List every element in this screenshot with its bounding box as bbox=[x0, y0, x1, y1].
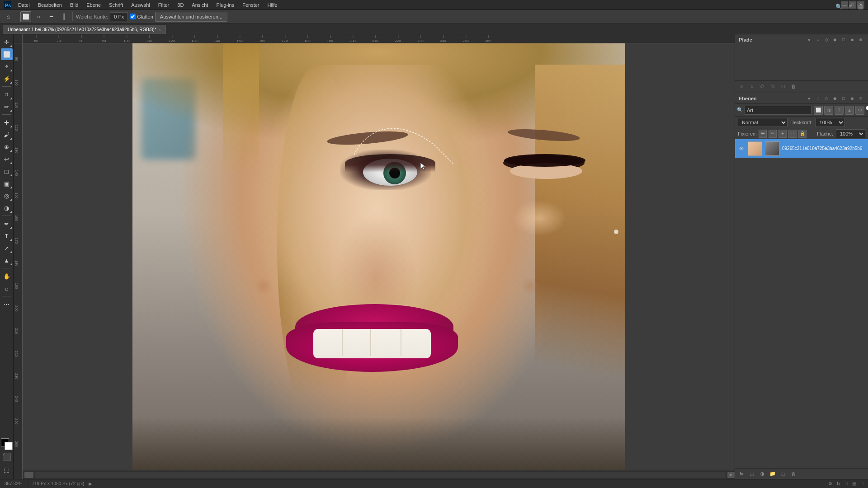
panels-icon[interactable]: ▤ bbox=[856, 3, 864, 11]
glatten-label[interactable]: Glätten bbox=[130, 14, 153, 19]
menu-ansicht[interactable]: Ansicht bbox=[188, 1, 212, 9]
hand-tool[interactable]: ✋ bbox=[1, 270, 13, 282]
share-icon[interactable]: ↗ bbox=[845, 3, 854, 11]
pfade-icon-more[interactable]: ≡ bbox=[857, 36, 864, 43]
ebenen-icon-5[interactable]: □ bbox=[840, 95, 847, 102]
ebenen-search-input[interactable] bbox=[745, 106, 811, 115]
menu-fenster[interactable]: Fenster bbox=[239, 1, 263, 9]
menu-auswahl[interactable]: Auswahl bbox=[127, 1, 154, 9]
pfade-fill-btn[interactable]: ◇ bbox=[758, 82, 767, 90]
status-right-btn-1[interactable]: ⚙ bbox=[828, 481, 832, 486]
lock-move[interactable]: ↔ bbox=[788, 130, 797, 138]
scroll-track-h[interactable] bbox=[35, 472, 726, 478]
marquee-ellipse-btn[interactable]: ○ bbox=[33, 11, 44, 22]
brush-tool[interactable]: 🖌 bbox=[1, 129, 13, 141]
home-button[interactable]: ⌂ bbox=[3, 11, 14, 22]
flaeche-select[interactable]: 100% bbox=[836, 129, 865, 138]
swatch-pair[interactable] bbox=[1, 438, 13, 450]
delete-layer-button[interactable]: 🗑 bbox=[789, 470, 798, 478]
status-arrow-btn[interactable]: ▶ bbox=[89, 481, 92, 486]
blending-mode-select[interactable]: Normal Multiplizieren Abblenden Aufhelle… bbox=[738, 118, 788, 127]
status-right-btn-2[interactable]: fx bbox=[837, 481, 840, 486]
eraser-tool[interactable]: ◻ bbox=[1, 165, 13, 177]
pfade-load-btn[interactable]: ○ bbox=[737, 82, 746, 90]
marquee-row-btn[interactable]: ━ bbox=[46, 11, 57, 22]
marquee-col-btn[interactable]: ┃ bbox=[58, 11, 69, 22]
pfade-icon-circle2[interactable]: ○ bbox=[814, 36, 821, 43]
menu-bearbeiten[interactable]: Bearbeiten bbox=[34, 1, 66, 9]
layer-row-0[interactable]: 👁 09265c211e010a725e3ba4623a92b5b6 bbox=[735, 139, 868, 158]
quick-mask-toggle[interactable]: ⬛ bbox=[1, 451, 13, 463]
pfade-delete-btn[interactable]: 🗑 bbox=[789, 82, 798, 90]
filter-smart-btn[interactable]: ⚙ bbox=[855, 106, 864, 115]
path-select-tool[interactable]: ↗ bbox=[1, 242, 13, 254]
menu-ebene[interactable]: Ebene bbox=[83, 1, 104, 9]
filter-pixel-btn[interactable]: ⬜ bbox=[814, 106, 823, 115]
filter-toggle[interactable] bbox=[866, 106, 868, 110]
lock-cross[interactable]: + bbox=[778, 130, 787, 138]
clone-tool[interactable]: ⊕ bbox=[1, 141, 13, 153]
type-tool[interactable]: T bbox=[1, 230, 13, 242]
pfade-icon-square[interactable]: □ bbox=[840, 36, 847, 43]
pfade-icon-circle[interactable]: ● bbox=[806, 36, 813, 43]
pen-tool[interactable]: ✒ bbox=[1, 218, 13, 230]
glatten-checkbox[interactable] bbox=[130, 14, 136, 19]
marquee-rect-btn[interactable]: ⬜ bbox=[20, 11, 31, 22]
menu-datei[interactable]: Datei bbox=[14, 1, 33, 9]
weiche-kante-input[interactable] bbox=[110, 12, 128, 21]
fx-button[interactable]: fx bbox=[737, 470, 746, 478]
more-tools-button[interactable]: ⋯ bbox=[1, 298, 13, 310]
ebenen-icon-1[interactable]: ● bbox=[806, 95, 813, 102]
lasso-tool[interactable]: ⌖ bbox=[1, 61, 13, 72]
new-layer-button[interactable]: □ bbox=[778, 470, 788, 478]
scrollbar-horizontal[interactable]: ▶ bbox=[23, 470, 735, 479]
scroll-right-btn[interactable]: ▶ bbox=[727, 472, 735, 478]
blur-tool[interactable]: ◎ bbox=[1, 190, 13, 202]
pfade-mask-btn[interactable]: ◇ bbox=[768, 82, 777, 90]
dodge-tool[interactable]: ◑ bbox=[1, 202, 13, 214]
quick-select-tool[interactable]: ⚡ bbox=[1, 73, 13, 84]
app-icon[interactable]: Ps bbox=[4, 1, 12, 9]
menu-bild[interactable]: Bild bbox=[66, 1, 82, 9]
crop-tool[interactable]: ⌗ bbox=[1, 89, 13, 100]
ebenen-icon-4[interactable]: ◆ bbox=[831, 95, 839, 102]
ebenen-icon-3[interactable]: ◇ bbox=[823, 95, 830, 102]
filter-type-btn[interactable]: T bbox=[835, 106, 844, 115]
lock-brush[interactable]: ✏ bbox=[769, 130, 777, 138]
pfade-stroke-btn[interactable]: ○ bbox=[747, 82, 756, 90]
tab-close-icon[interactable]: × bbox=[159, 28, 161, 32]
pfade-icon-diamond[interactable]: ◇ bbox=[823, 36, 830, 43]
filter-shape-btn[interactable]: ▲ bbox=[845, 106, 854, 115]
menu-3d[interactable]: 3D bbox=[174, 1, 187, 9]
canvas-photo[interactable] bbox=[132, 43, 625, 470]
scroll-thumb-h[interactable] bbox=[24, 472, 33, 478]
auswaehlen-maskieren-button[interactable]: Auswählen und maskieren... bbox=[155, 12, 227, 22]
marquee-tool[interactable]: ⬜ bbox=[1, 48, 13, 60]
search-icon[interactable]: 🔍 bbox=[835, 3, 843, 11]
ebenen-icon-2[interactable]: ○ bbox=[814, 95, 821, 102]
group-layers-button[interactable]: 📁 bbox=[768, 470, 777, 478]
healing-tool[interactable]: ✚ bbox=[1, 117, 13, 128]
screen-mode-button[interactable]: ⬚ bbox=[1, 464, 13, 475]
ebenen-icon-6[interactable]: ■ bbox=[849, 95, 856, 102]
move-tool[interactable]: ✛ bbox=[1, 36, 13, 48]
deckkraft-select[interactable]: 100% bbox=[816, 118, 845, 127]
eyedropper-tool[interactable]: ✏ bbox=[1, 101, 13, 113]
gradient-tool[interactable]: ▣ bbox=[1, 178, 13, 189]
lock-all[interactable]: 🔒 bbox=[798, 130, 807, 138]
add-mask-button[interactable]: □ bbox=[747, 470, 756, 478]
pfade-icon-diamond2[interactable]: ◆ bbox=[831, 36, 839, 43]
canvas-viewport[interactable] bbox=[23, 43, 735, 470]
menu-filter[interactable]: Filter bbox=[155, 1, 173, 9]
document-tab[interactable]: Unbenannt-1 bei 367% (09265c211e010a725e… bbox=[3, 25, 166, 34]
history-brush-tool[interactable]: ↩ bbox=[1, 153, 13, 165]
layer-visibility-icon[interactable]: 👁 bbox=[738, 145, 745, 152]
menu-hilfe[interactable]: Hilfe bbox=[264, 1, 281, 9]
menu-schrift[interactable]: Schrift bbox=[105, 1, 127, 9]
pfade-new-btn[interactable]: □ bbox=[778, 82, 788, 90]
menu-plugins[interactable]: Plug-ins bbox=[212, 1, 238, 9]
zoom-tool[interactable]: ⌕ bbox=[1, 282, 13, 294]
shape-tool[interactable]: ▲ bbox=[1, 254, 13, 266]
adjustment-layer-button[interactable]: ◑ bbox=[758, 470, 767, 478]
status-right-btn-3[interactable]: □ bbox=[845, 481, 848, 486]
